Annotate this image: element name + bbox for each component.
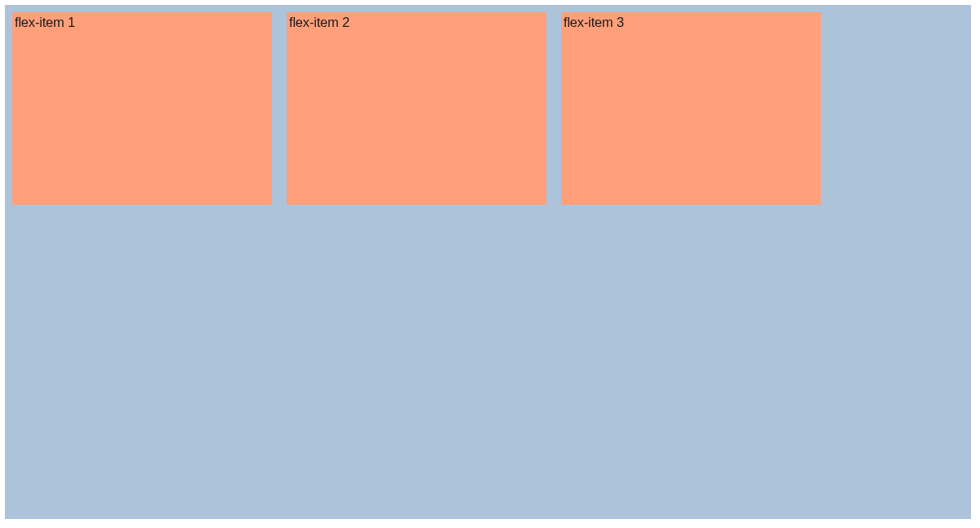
flex-item-3: flex-item 3 bbox=[561, 12, 821, 205]
flex-item-label: flex-item 3 bbox=[564, 15, 624, 29]
flex-item-label: flex-item 1 bbox=[15, 15, 75, 29]
flex-item-1: flex-item 1 bbox=[12, 12, 272, 205]
flex-item-label: flex-item 2 bbox=[289, 15, 350, 29]
flex-container: flex-item 1 flex-item 2 flex-item 3 bbox=[5, 5, 971, 519]
flex-item-2: flex-item 2 bbox=[287, 12, 546, 205]
